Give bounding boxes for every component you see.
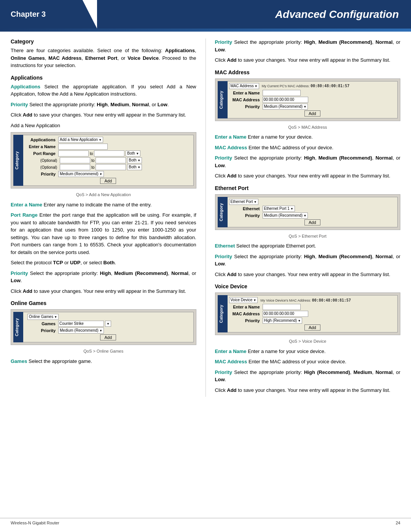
ss-eth-priority-dropdown[interactable]: Medium (Recommend) [263, 212, 308, 219]
ss-voice-add-button[interactable]: Add [304, 324, 320, 331]
ss-voice-row3: MAC Address 00:00:00:00:00:00 [229, 311, 396, 317]
ethernet-section: Ethernet Select the appropriate Ethernet… [215, 242, 401, 250]
ss-port-from-1[interactable] [58, 150, 89, 157]
ss-online-games-dropdown[interactable]: Online Games [27, 314, 59, 320]
priority-eth-heading: Priority [215, 254, 233, 259]
click-add-voice: Click Add to save your changes. Your new… [215, 387, 401, 394]
ss-app-row1: Applications Add a New Application [25, 137, 192, 143]
cat-label-app: Category [13, 135, 23, 186]
ss-online-priority-label: Priority [25, 328, 57, 333]
priority-mac-heading: Priority [215, 155, 233, 161]
ss-app-row2: Enter a Name [25, 144, 192, 150]
ss-eth-row2: Ethernet Ethernet Port 1 [229, 206, 396, 212]
ss-online-priority-row: Priority Medium (Recommend) [25, 328, 192, 334]
ss-mac-name-input[interactable] [263, 90, 301, 96]
ss-eth-row1: Ethernet Port [229, 199, 396, 205]
right-column: Priority Select the appropriate priority… [206, 38, 401, 397]
priority-mac-section: Priority Select the appropriate priority… [215, 154, 401, 169]
ss-add-button[interactable]: Add [100, 178, 116, 184]
ss-protocol-3[interactable]: Both [127, 164, 142, 170]
ss-eth-port-dropdown[interactable]: Ethernet Port 1 [263, 206, 295, 212]
ss-content-eth: Ethernet Port Ethernet Ethernet Port 1 P… [228, 197, 398, 227]
click-add-eth: Click Add to save your changes. Your new… [215, 271, 401, 278]
cat-label-mac: Category [218, 81, 228, 118]
ss-voice-priority-dropdown[interactable]: High (Recommend) [263, 318, 303, 324]
applications-heading: Applications [11, 75, 196, 81]
left-column: Category There are four categories avail… [11, 38, 196, 397]
category-heading: Category [11, 38, 196, 45]
priority-eth-section: Priority Select the appropriate priority… [215, 253, 401, 268]
ss-outer-online: Category Online Games Games Counter Stri… [13, 312, 194, 342]
optional-2: (Optional) [25, 165, 59, 169]
ss-content-voice: Voice Device My Voice Device's MAC Addre… [228, 295, 398, 332]
priority-voice-heading: Priority [215, 369, 233, 375]
mac-address-voice-heading: MAC Address [215, 359, 247, 364]
ss-eth-add-button[interactable]: Add [304, 219, 320, 225]
ss-outer-eth: Category Ethernet Port Ethernet Ethernet… [218, 197, 398, 227]
ss-voice-cat-dropdown[interactable]: Voice Device [229, 297, 258, 303]
applications-screenshot: Category Applications Add a New Applicat… [11, 132, 196, 189]
priority-label-1: Priority [11, 102, 28, 107]
ss-voice-mac-input[interactable]: 00:00:00:00:00:00 [263, 311, 308, 317]
ss-port-to-3[interactable] [96, 164, 126, 170]
ss-mac-row1: MAC Address My Current PC's MAC Address:… [229, 83, 396, 89]
click-add-1: Click Add to save your changes. Your new… [11, 111, 196, 119]
ethernet-heading: Ethernet [215, 243, 235, 249]
ss-mac-priority-row: Priority Medium (Recommend) [229, 104, 396, 110]
footer-right: 24 [396, 521, 400, 525]
ss-port-to-1[interactable] [94, 150, 124, 157]
ss-games-select[interactable] [105, 321, 111, 327]
ss-mac-address-input[interactable]: 00:00:00:00:00:00 [263, 97, 308, 103]
online-games-heading: Online Games [11, 300, 196, 306]
ss-name-input[interactable] [58, 144, 108, 150]
port-range-heading: Port Range [11, 212, 38, 218]
caption-online: QoS > Online Games [11, 348, 196, 355]
ss-online-priority-dropdown[interactable]: Medium (Recommend) [58, 328, 104, 334]
online-games-term: Online Games [11, 55, 45, 61]
category-intro: There are four categories available. Sel… [11, 47, 196, 69]
ss-eth-cat-dropdown[interactable]: Ethernet Port [229, 199, 258, 205]
add-new-app-dropdown[interactable]: Add a New Application [58, 137, 103, 143]
ss-mac-add-button[interactable]: Add [304, 110, 320, 117]
mac-address-voice-section: MAC Address Enter the MAC address of you… [215, 358, 401, 366]
cat-label-eth: Category [218, 197, 228, 227]
ss-port-to-2[interactable] [96, 157, 126, 163]
protocol-section: Select the protocol TCP or UDP, or selec… [11, 259, 196, 267]
mac-address-label-section: MAC Address Enter the MAC address of you… [215, 144, 401, 152]
ss-protocol-1[interactable]: Both [126, 150, 140, 157]
ss-mac-cat-dropdown[interactable]: MAC Address [229, 83, 259, 89]
enter-name-voice-heading: Enter a Name [215, 348, 247, 354]
priority-label-2: Priority [11, 270, 28, 276]
applications-term: Applications [11, 84, 40, 89]
ss-eth-priority-label: Priority [229, 213, 261, 218]
voice-device-term: Voice Device [127, 55, 159, 61]
caption-voice: QoS > Voice Device [215, 338, 401, 345]
ss-priority-dropdown[interactable]: Medium (Recommend) [58, 171, 104, 177]
ss-voice-name-input[interactable] [263, 304, 301, 310]
ss-enter-name-label: Enter a Name [25, 144, 57, 149]
ss-outer-mac: Category MAC Address My Current PC's MAC… [218, 81, 398, 118]
ss-online-add-button[interactable]: Add [100, 334, 116, 340]
header-bar [0, 29, 411, 32]
ss-port-from-3[interactable] [60, 164, 90, 170]
ss-eth-label: Ethernet [229, 206, 261, 211]
ss-add-btn-container: Add [25, 178, 192, 184]
apps-term: Applications [165, 48, 195, 53]
ss-outer-voice: Category Voice Device My Voice Device's … [218, 295, 398, 332]
ss-mac-row3: MAC Address 00:00:00:00:00:00 [229, 97, 396, 103]
ss-online-row2: Games Counter Strike [25, 321, 192, 327]
main-content: Category There are four categories avail… [0, 32, 411, 412]
ss-mac-priority-label: Priority [229, 104, 261, 109]
ss-mac-priority-dropdown[interactable]: Medium (Recommend) [263, 104, 308, 110]
ss-voice-enter-name-label: Enter a Name [229, 305, 261, 309]
ss-port-from-2[interactable] [60, 157, 90, 163]
priority-section-2: Priority Select the appropriate priority… [11, 270, 196, 284]
ss-protocol-2[interactable]: Both [127, 157, 142, 163]
priority-p1: Priority Select the appropriate priority… [11, 101, 196, 109]
mac-address-heading: MAC Address [215, 69, 401, 75]
right-click-add: Click Add to save your changes. Your new… [215, 56, 401, 64]
cat-label-voice: Category [218, 295, 228, 332]
online-games-screenshot: Category Online Games Games Counter Stri… [11, 309, 196, 345]
ss-content-app: Applications Add a New Application Enter… [23, 135, 194, 186]
ss-games-input[interactable]: Counter Strike [58, 321, 104, 327]
